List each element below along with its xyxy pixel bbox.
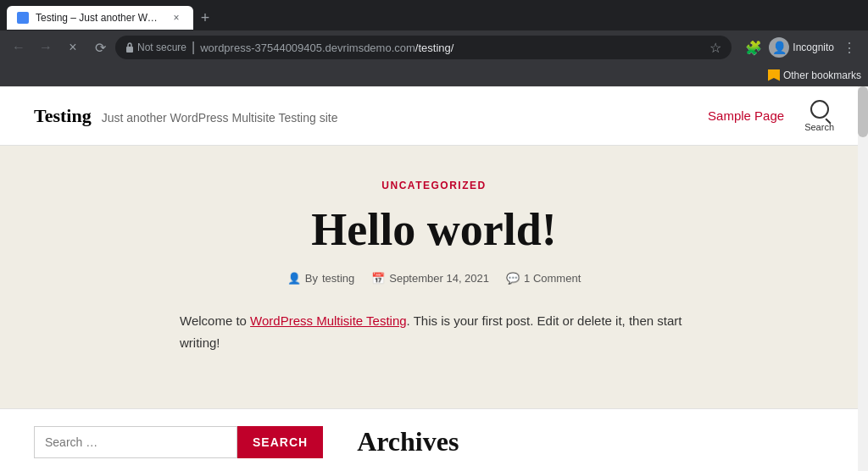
author-prefix: By [305,272,318,285]
site-header: Testing Just another WordPress Multisite… [0,86,868,146]
search-toggle-button[interactable]: Search [804,100,834,132]
reload-button[interactable]: ⟳ [88,36,112,59]
search-icon [810,100,829,119]
scrollbar-thumb[interactable] [858,86,868,137]
other-bookmarks-link[interactable]: Other bookmarks [768,69,861,81]
site-branding: Testing Just another WordPress Multisite… [34,105,337,127]
back-button[interactable]: ← [7,36,31,59]
browser-menu-button[interactable]: ⋮ [837,36,861,59]
site-main: UNCATEGORIZED Hello world! 👤 By testing … [0,146,868,408]
post-text-before-link: Welcome to [180,313,250,328]
other-bookmarks-label: Other bookmarks [783,69,861,81]
not-secure-label: Not secure [137,42,186,53]
browser-chrome: Testing – Just another WordPre… × + ← → … [0,0,868,86]
site-footer: SEARCH Archives [0,408,868,471]
security-indicator: Not secure [125,42,186,53]
post-content-link[interactable]: WordPress Multisite Testing [250,313,407,328]
archives-title: Archives [357,426,459,457]
bookmark-star-icon[interactable]: ☆ [709,40,721,56]
svg-rect-0 [126,47,133,53]
post-author[interactable]: testing [322,272,354,285]
post-date: September 14, 2021 [389,272,489,285]
post-comments[interactable]: 1 Comment [524,272,581,285]
address-bar: ← → × ⟳ Not secure | wordpress-375440094… [0,30,868,64]
bookmark-icon [768,69,780,81]
search-submit-button[interactable]: SEARCH [237,426,323,458]
incognito-icon: 👤 [769,37,789,58]
post-comments-meta: 💬 1 Comment [506,272,581,285]
post-content: Welcome to WordPress Multisite Testing. … [180,310,688,353]
archives-widget: Archives [357,426,459,458]
new-tab-button[interactable]: + [193,6,217,30]
post-author-meta: 👤 By testing [287,272,354,285]
url-bar[interactable]: Not secure | wordpress-37544009405.devri… [115,36,732,59]
tab-close-button[interactable]: × [170,11,183,25]
site-title: Testing [34,105,92,127]
post-meta: 👤 By testing 📅 September 14, 2021 💬 1 Co… [180,272,688,285]
search-input[interactable] [34,426,237,458]
comment-icon: 💬 [506,272,520,285]
site-description: Just another WordPress Multisite Testing… [102,111,338,125]
sample-page-link[interactable]: Sample Page [708,108,784,123]
active-tab[interactable]: Testing – Just another WordPre… × [7,6,193,30]
forward-button[interactable]: → [34,36,58,59]
author-icon: 👤 [287,272,301,285]
post-title: Hello world! [180,205,688,255]
extensions-button[interactable]: 🧩 [742,36,765,59]
tab-bar: Testing – Just another WordPre… × + [0,0,868,30]
url-path: /testing/ [415,42,454,54]
website: Testing Just another WordPress Multisite… [0,86,868,471]
incognito-label: Incognito [793,42,834,53]
post-wrapper: UNCATEGORIZED Hello world! 👤 By testing … [180,180,688,353]
bookmarks-bar: Other bookmarks [0,64,868,86]
tab-title: Testing – Just another WordPre… [36,12,163,24]
tab-favicon [17,12,29,24]
search-widget: SEARCH [34,426,323,458]
scrollbar[interactable] [858,86,868,471]
calendar-icon: 📅 [371,272,385,285]
post-date-meta: 📅 September 14, 2021 [371,272,489,285]
browser-right-actions: 🧩 👤 Incognito ⋮ [742,36,861,59]
url-prefix: wordpress-37544009405.devrimsdemo.com [200,42,415,54]
incognito-indicator: 👤 Incognito [769,37,834,58]
post-category[interactable]: UNCATEGORIZED [180,180,688,191]
close-button[interactable]: × [61,36,85,59]
site-nav: Sample Page Search [708,100,834,132]
url-display: wordpress-37544009405.devrimsdemo.com/te… [200,42,704,54]
